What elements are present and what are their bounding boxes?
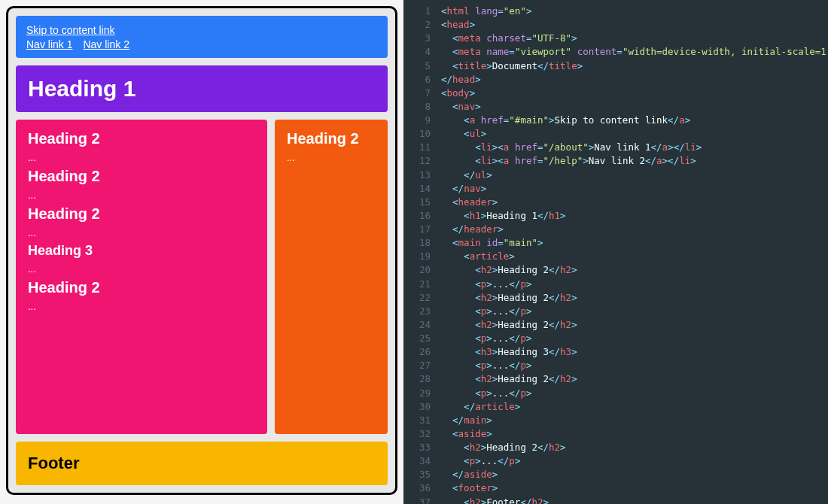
nav-links: Nav link 1 Nav link 2 [26, 38, 377, 50]
code-line[interactable]: 36 <footer> [409, 481, 822, 495]
line-number: 1 [409, 5, 431, 18]
nav-link-1[interactable]: Nav link 1 [26, 38, 72, 50]
line-number: 30 [409, 400, 431, 414]
code-line[interactable]: 34 <p>...</p> [409, 454, 822, 468]
code-line[interactable]: 19 <article> [409, 250, 822, 263]
line-number: 33 [409, 441, 431, 454]
line-number: 5 [409, 59, 431, 73]
code-content: <head> [441, 18, 475, 32]
code-content: <li><a href="/help">Nav link 2</a></li> [441, 154, 696, 168]
code-line[interactable]: 33 <h2>Heading 2</h2> [409, 441, 822, 454]
code-content: <li><a href="/about">Nav link 1</a></li> [441, 141, 702, 154]
code-content: <h2>Heading 2</h2> [441, 372, 577, 386]
line-number: 9 [409, 114, 431, 127]
code-content: <p>...</p> [441, 454, 520, 468]
code-line[interactable]: 13 </ul> [409, 169, 822, 182]
code-content: <a href="#main">Skip to content link</a> [441, 114, 690, 127]
code-line[interactable]: 31 </main> [409, 414, 822, 427]
code-line[interactable]: 27 <p>...</p> [409, 359, 822, 372]
code-content: <p>...</p> [441, 305, 531, 318]
code-line[interactable]: 5 <title>Document</title> [409, 59, 822, 73]
code-content: <header> [441, 196, 498, 209]
code-content: <h2>Footer</h2> [441, 496, 549, 505]
aside-text: ... [287, 152, 376, 163]
code-content: <ul> [441, 127, 486, 141]
code-content: <h2>Heading 2</h2> [441, 263, 577, 277]
article-heading: Heading 2 [28, 168, 255, 185]
code-line[interactable]: 26 <h3>Heading 3</h3> [409, 345, 822, 359]
code-content: <footer> [441, 481, 498, 495]
code-line[interactable]: 28 <h2>Heading 2</h2> [409, 372, 822, 386]
article-heading: Heading 3 [28, 243, 255, 259]
line-number: 4 [409, 45, 431, 59]
code-content: <h2>Heading 2</h2> [441, 441, 566, 454]
code-content: <body> [441, 87, 475, 100]
code-content: </article> [441, 400, 520, 414]
article-heading: Heading 2 [28, 205, 255, 223]
line-number: 32 [409, 427, 431, 441]
article-text: ... [28, 152, 255, 163]
code-line[interactable]: 25 <p>...</p> [409, 332, 822, 345]
line-number: 24 [409, 318, 431, 332]
code-line[interactable]: 9 <a href="#main">Skip to content link</… [409, 114, 822, 127]
code-line[interactable]: 8 <nav> [409, 100, 822, 114]
code-line[interactable]: 2<head> [409, 18, 822, 32]
article-text: ... [28, 263, 255, 275]
article-text: ... [28, 227, 255, 238]
code-line[interactable]: 35 </aside> [409, 468, 822, 481]
code-content: </head> [441, 73, 481, 87]
code-line[interactable]: 10 <ul> [409, 127, 822, 141]
aside-heading: Heading 2 [287, 130, 376, 147]
code-content: <html lang="en"> [441, 5, 531, 18]
line-number: 13 [409, 169, 431, 182]
code-line[interactable]: 32 <aside> [409, 427, 822, 441]
code-content: <p>...</p> [441, 359, 531, 372]
code-editor-pane[interactable]: 1<html lang="en">2<head>3 <meta charset=… [403, 0, 828, 504]
code-line[interactable]: 3 <meta charset="UTF-8"> [409, 32, 822, 45]
code-content: </main> [441, 414, 492, 427]
line-number: 19 [409, 250, 431, 263]
code-line[interactable]: 21 <p>...</p> [409, 278, 822, 291]
code-line[interactable]: 18 <main id="main"> [409, 236, 822, 250]
line-number: 23 [409, 305, 431, 318]
line-number: 35 [409, 468, 431, 481]
code-line[interactable]: 17 </header> [409, 223, 822, 236]
line-number: 8 [409, 100, 431, 114]
header-block: Heading 1 [16, 65, 388, 112]
line-number: 26 [409, 345, 431, 359]
code-line[interactable]: 1<html lang="en"> [409, 5, 822, 18]
code-line[interactable]: 16 <h1>Heading 1</h1> [409, 209, 822, 223]
code-line[interactable]: 12 <li><a href="/help">Nav link 2</a></l… [409, 154, 822, 168]
code-line[interactable]: 15 <header> [409, 196, 822, 209]
code-content: <h3>Heading 3</h3> [441, 345, 577, 359]
code-line[interactable]: 6</head> [409, 73, 822, 87]
code-content: </header> [441, 223, 504, 236]
code-line[interactable]: 4 <meta name="viewport" content="width=d… [409, 45, 822, 59]
code-line[interactable]: 7<body> [409, 87, 822, 100]
code-line[interactable]: 24 <h2>Heading 2</h2> [409, 318, 822, 332]
code-line[interactable]: 29 <p>...</p> [409, 387, 822, 400]
code-line[interactable]: 23 <p>...</p> [409, 305, 822, 318]
footer-heading: Footer [28, 454, 376, 473]
skip-to-content-link[interactable]: Skip to content link [26, 24, 115, 36]
line-number: 18 [409, 236, 431, 250]
line-number: 2 [409, 18, 431, 32]
article-text: ... [28, 301, 255, 312]
nav-link-2[interactable]: Nav link 2 [83, 38, 129, 50]
code-line[interactable]: 30 </article> [409, 400, 822, 414]
line-number: 29 [409, 387, 431, 400]
line-number: 20 [409, 263, 431, 277]
line-number: 15 [409, 196, 431, 209]
code-content: <h2>Heading 2</h2> [441, 318, 577, 332]
code-line[interactable]: 11 <li><a href="/about">Nav link 1</a></… [409, 141, 822, 154]
line-number: 21 [409, 278, 431, 291]
code-content: <nav> [441, 100, 481, 114]
article-heading: Heading 2 [28, 130, 255, 147]
main-row: Heading 2...Heading 2...Heading 2...Head… [16, 120, 388, 434]
code-line[interactable]: 14 </nav> [409, 182, 822, 196]
code-line[interactable]: 20 <h2>Heading 2</h2> [409, 263, 822, 277]
line-number: 16 [409, 209, 431, 223]
code-line[interactable]: 37 <h2>Footer</h2> [409, 496, 822, 505]
code-line[interactable]: 22 <h2>Heading 2</h2> [409, 291, 822, 305]
code-content: <aside> [441, 427, 492, 441]
